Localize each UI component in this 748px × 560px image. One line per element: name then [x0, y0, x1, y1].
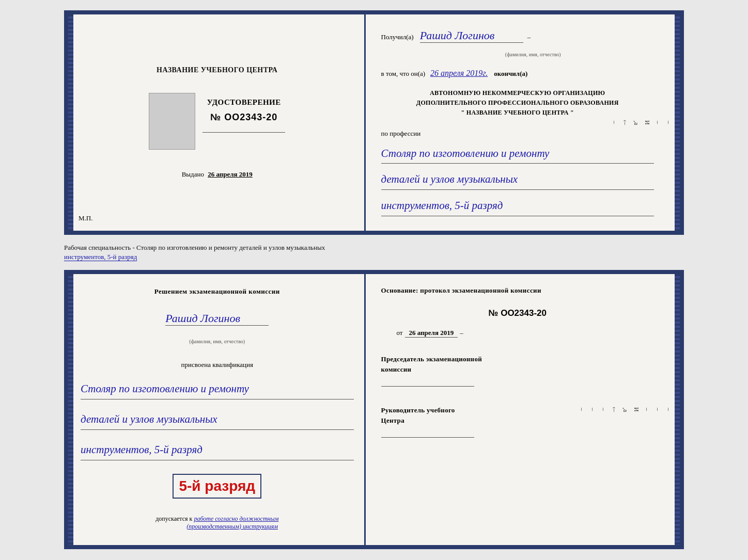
chairman-signature	[381, 376, 474, 387]
caption-text2: инструментов, 5-й разряд	[64, 253, 137, 261]
highlight-text: 5-й разряд	[179, 478, 255, 494]
qual-line1: Столяр по изготовлению и ремонту	[81, 379, 354, 399]
head-signature	[381, 427, 474, 438]
mp-label: М.П.	[79, 214, 92, 222]
doc-number-top: № OO2343-20	[210, 112, 277, 123]
highlight-box: 5-й разряд	[173, 474, 261, 499]
top-left-panel: НАЗВАНИЕ УЧЕБНОГО ЦЕНТРА УДОСТОВЕРЕНИЕ №…	[68, 14, 366, 231]
top-document: НАЗВАНИЕ УЧЕБНОГО ЦЕНТРА УДОСТОВЕРЕНИЕ №…	[64, 10, 684, 235]
decision-text: Решением экзаменационной комиссии	[154, 286, 280, 297]
qual-line2: деталей и узлов музыкальных	[81, 410, 354, 430]
instruct-text: (производственным) инструкциям	[186, 523, 278, 530]
work-text: работе согласно должностным	[194, 515, 278, 522]
caption-row: Рабочая специальность - Столяр по изгото…	[64, 243, 684, 262]
bottom-document: Решением экзаменационной комиссии Рашид …	[64, 270, 684, 549]
vtom-prefix: в том, что он(а)	[381, 70, 426, 78]
qual-line3: инструментов, 5-й разряд	[81, 440, 354, 460]
edge-marks-bottom: – – – И ‚а ‹– – – –	[578, 274, 673, 545]
issued-label: Выдано	[182, 170, 204, 178]
fio-label-top: (фамилия, имя, отчество)	[505, 52, 561, 57]
top-right-panel: Получил(а) Рашид Логинов – (фамилия, имя…	[366, 14, 680, 231]
photo-placeholder	[149, 93, 195, 150]
udostoverenie-title: УДОСТОВЕРЕНИЕ	[207, 98, 281, 107]
edge-marks-top: – – И ‚а ‹– –	[611, 14, 673, 231]
vtom-date: 26 апреля 2019г.	[430, 69, 488, 78]
assigned-text: присвоена квалификация	[181, 361, 253, 369]
bottom-date: 26 апреля 2019	[405, 329, 458, 338]
date-prefix: от	[397, 329, 403, 337]
issued-line: Выдано 26 апреля 2019	[182, 170, 253, 179]
bottom-fio-label: (фамилия, имя, отчество)	[189, 339, 245, 344]
issued-date: 26 апреля 2019	[208, 170, 253, 178]
received-prefix: Получил(а)	[381, 33, 414, 41]
school-name-top: НАЗВАНИЕ УЧЕБНОГО ЦЕНТРА	[157, 66, 277, 74]
допускается-label: допускается к	[155, 515, 192, 522]
caption-text: Рабочая специальность - Столяр по изгото…	[64, 244, 325, 251]
received-name: Рашид Логинов	[420, 29, 523, 43]
bottom-name: Рашид Логинов	[165, 312, 269, 326]
bottom-left-panel: Решением экзаменационной комиссии Рашид …	[68, 274, 366, 545]
vtom-suffix: окончил(а)	[494, 70, 527, 78]
work-row: допускается к работе согласно должностны…	[155, 515, 278, 531]
bottom-right-panel: Основание: протокол экзаменационной коми…	[366, 274, 680, 545]
